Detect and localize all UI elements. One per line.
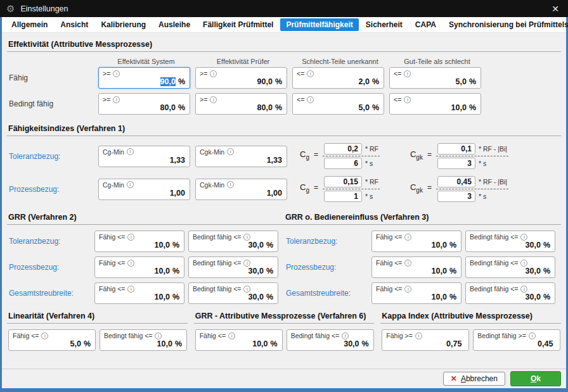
field-v3-prozess-bedingt[interactable]: Bedingt fähig <=i 30,0% [465,256,555,278]
formula-var: C [410,182,416,192]
row-v2-prozessbezug: Prozessbezug: Fähig <=i 10,0% Bedingt fä… [7,256,284,278]
field-linearitaet-bedingt[interactable]: Bedingt fähig <=i 10,0% [100,329,187,351]
field-faehig-effektivitaet-system[interactable]: >=i 90,0% [98,67,190,89]
info-icon: i [127,260,134,267]
field-kappa-faehig[interactable]: Fähig >=i 0,75 [382,329,469,351]
field-value: 0,75 [446,339,462,348]
field-v2-prozess-bedingt[interactable]: Bedingt fähig <=i 30,0% [188,256,278,278]
info-icon: i [113,70,120,77]
column-headers: Effektivität System Effektivität Prüfer … [100,58,561,65]
section-title-faehigkeitsindizes: Fähigkeitsindizes (Verfahren 1) [7,121,561,136]
formula-num-label: * RF [365,145,378,153]
info-icon: i [243,260,250,267]
formula-var: C [410,149,416,159]
field-op-label: Cg-Min [103,181,124,189]
ok-button[interactable]: Ok [510,371,561,386]
kappa-index-section: Kappa Index (Attributive Messprozesse) F… [380,308,561,355]
unit-label: % [275,103,282,112]
info-icon: i [243,286,250,293]
tab-ansicht[interactable]: Ansicht [55,18,94,31]
field-v2-gesamt-bedingt[interactable]: Bedingt fähig <=i 30,0% [188,282,278,304]
row-v3-toleranzbezug: Toleranzbezug: Fähig <=i 10,0% Bedingt f… [284,231,561,252]
field-bedingt-effektivitaet-pruefer[interactable]: >=i 80,0% [195,93,287,115]
grr-verfahren2-section: GRR (Verfahren 2) Toleranzbezug: Fähig <… [7,210,284,308]
field-v3-gesamt-faehig[interactable]: Fähig <=i 10,0% [371,282,462,304]
field-op-label: Bedingt fähig <= [193,259,241,267]
cg-formula-toleranz: Cg = 0,2* RF 6* s [300,142,380,170]
info-icon: i [404,234,411,241]
unit-label: % [362,339,369,348]
field-v3-gesamt-bedingt[interactable]: Bedingt fähig <=i 30,0% [465,282,555,304]
field-value: 90,0 [257,77,273,86]
section-title-grr-v2: GRR (Verfahren 2) [7,210,284,225]
close-icon[interactable]: ✕ [549,4,562,14]
field-cgk-min-toleranz[interactable]: Cgk-Mini 1,33 [195,146,287,167]
unit-label: % [178,103,185,112]
unit-label: % [449,267,456,275]
field-value: 5,0 [358,103,369,112]
formula-factor-input[interactable]: 0,2 [324,143,362,155]
cancel-x-icon: ✕ [451,375,457,383]
field-value: 30,0 [344,339,359,348]
field-op-label: >= [103,96,110,103]
field-linearitaet-faehig[interactable]: Fähig <=i 5,0% [8,329,96,351]
field-op-label: Fähig <= [99,259,125,267]
dialog-footer: ✕ Abbrechen Ok [2,369,566,388]
field-bedingt-gut-teile[interactable]: <=i 10,0% [389,93,481,115]
field-value: 1,33 [170,156,185,165]
formula-divisor-input[interactable]: 1 [324,191,362,202]
tab-kalibrierung[interactable]: Kalibrierung [95,18,152,31]
unit-label: % [372,77,379,86]
grr-attributiv-section: GRR - Attributive Messprozesse (Verfahre… [194,308,375,355]
field-op-label: Fähig <= [376,259,402,267]
field-v6-faehig[interactable]: Fähig <=i 10,0% [195,329,283,351]
row-kappa: Fähig >=i 0,75 Bedingt fähig >=i 0,45 [382,329,561,351]
field-bedingt-schlecht-teile[interactable]: <=i 5,0% [292,93,384,115]
field-faehig-schlecht-teile[interactable]: <=i 2,0% [292,67,384,89]
linearitaet-section: Linearität (Verfahren 4) Fähig <=i 5,0% … [7,308,188,355]
field-faehig-gut-teile[interactable]: <=i 5,0% [389,67,481,89]
field-v3-toleranz-faehig[interactable]: Fähig <=i 10,0% [371,231,462,252]
formula-divisor-input[interactable]: 3 [437,191,475,202]
unit-label: % [469,77,476,86]
tab-sicherheit[interactable]: Sicherheit [360,18,408,31]
row-v1-prozessbezug: Prozessbezug: Cg-Mini 1,00 Cgk-Mini 1,00… [7,175,561,203]
field-cg-min-prozess[interactable]: Cg-Mini 1,00 [98,179,190,200]
field-value: 5,0 [70,339,81,348]
tab-pruefmittelfaehigkeit[interactable]: Prüfmittelfähigkeit [280,18,358,31]
tab-capa[interactable]: CAPA [410,18,442,31]
row-v3-prozessbezug: Prozessbezug: Fähig <=i 10,0% Bedingt fä… [284,256,561,278]
field-cg-min-toleranz[interactable]: Cg-Mini 1,33 [98,146,190,167]
tab-synchronisierung[interactable]: Synchronisierung bei Prüfmittelsätzen [443,18,568,31]
info-icon: i [155,332,162,339]
formula-factor-input[interactable]: 0,15 [324,176,362,187]
formula-factor-input[interactable]: 0,1 [437,143,475,155]
field-op-label: Bedingt fähig >= [477,332,526,339]
formula-factor-input[interactable]: 0,45 [437,176,475,187]
field-v3-prozess-faehig[interactable]: Fähig <=i 10,0% [371,256,462,278]
field-v2-gesamt-faehig[interactable]: Fähig <=i 10,0% [94,282,184,304]
field-v3-toleranz-bedingt[interactable]: Bedingt fähig <=i 30,0% [465,231,555,252]
field-v6-bedingt[interactable]: Bedingt fähig <=i 30,0% [287,329,374,351]
field-bedingt-effektivitaet-system[interactable]: >=i 80,0% [98,93,190,115]
field-cgk-min-prozess[interactable]: Cgk-Mini 1,00 [195,179,287,200]
field-op-label: Fähig <= [13,332,39,339]
cancel-button[interactable]: ✕ Abbrechen [443,372,505,386]
field-value: 1,33 [267,156,282,165]
tab-faelligkeit-pruefmittel[interactable]: Fälligkeit Prüfmittel [197,18,279,31]
row-label-prozessbezug: Prozessbezug: [7,185,98,194]
row-label-gesamtstreubreite: Gesamtstreubreite: [284,289,371,298]
formula-divisor-input[interactable]: 3 [437,158,475,169]
field-v2-toleranz-bedingt[interactable]: Bedingt fähig <=i 30,0% [188,231,278,252]
tab-ausleihe[interactable]: Ausleihe [153,18,196,31]
field-faehig-effektivitaet-pruefer[interactable]: >=i 90,0% [195,67,287,89]
formula-divisor-input[interactable]: 6 [324,158,362,169]
field-op-label: Cgk-Min [200,148,224,156]
field-op-label: Cgk-Min [200,181,224,189]
formula-sub: gk [416,187,423,194]
field-v2-prozess-faehig[interactable]: Fähig <=i 10,0% [94,256,184,278]
field-v2-toleranz-faehig[interactable]: Fähig <=i 10,0% [94,231,184,252]
field-kappa-bedingt[interactable]: Bedingt fähig >=i 0,45 [473,329,560,351]
field-op-label: Bedingt fähig <= [470,259,518,267]
tab-allgemein[interactable]: Allgemein [6,18,53,31]
